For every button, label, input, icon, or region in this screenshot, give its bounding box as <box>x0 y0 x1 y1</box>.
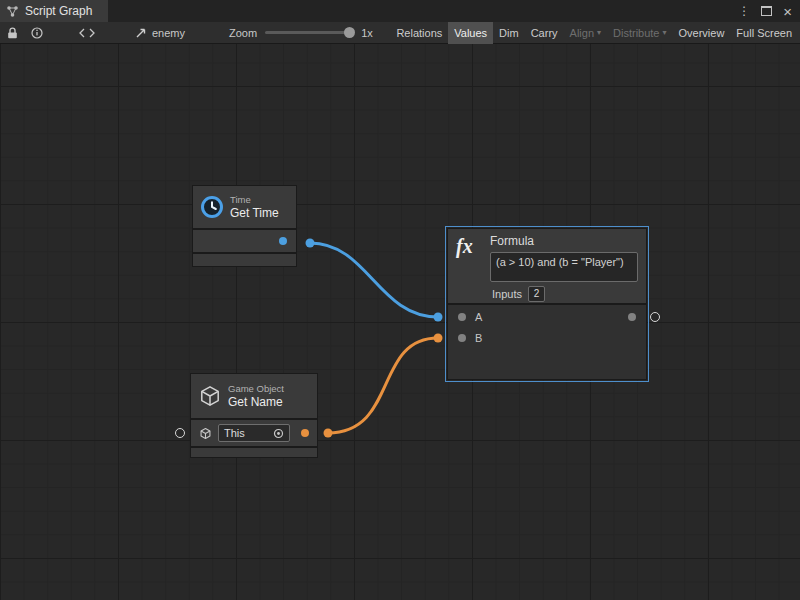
node-get-time-header[interactable]: Time Get Time <box>193 186 296 228</box>
node-get-time-ports <box>193 230 296 252</box>
port-formula-input-a[interactable] <box>458 313 466 321</box>
port-row-a: A <box>448 306 646 327</box>
maximize-icon[interactable] <box>761 6 772 16</box>
wire-endpoint <box>434 334 443 343</box>
script-graph-window: Script Graph ⋮ × <box>0 0 800 600</box>
formula-fields: Formula (a > 10) and (b = "Player") Inpu… <box>490 234 638 298</box>
zoom-slider-handle[interactable] <box>344 27 355 38</box>
info-icon[interactable] <box>31 27 43 39</box>
wire-get-name-to-formula-b[interactable] <box>328 338 438 433</box>
graph-canvas[interactable]: Time Get Time fx Formula (a > 10) and (b… <box>0 44 800 600</box>
tab-script-graph[interactable]: Script Graph <box>0 0 108 22</box>
graph-name-label: enemy <box>152 27 185 39</box>
kebab-menu-icon[interactable]: ⋮ <box>738 5 750 17</box>
fx-icon: fx <box>456 234 482 298</box>
distribute-button[interactable]: Distribute ▾ <box>607 22 672 44</box>
wire-get-time-to-formula-a[interactable] <box>310 243 438 317</box>
distribute-label: Distribute <box>613 27 659 39</box>
node-get-time-titles: Time Get Time <box>230 194 279 221</box>
node-category: Time <box>230 194 279 206</box>
graph-icon <box>6 5 19 18</box>
port-get-name-target-input[interactable] <box>175 428 185 438</box>
toolbar-buttons: Relations Values Dim Carry Align ▾ Distr… <box>390 22 798 44</box>
wires-layer <box>0 44 800 600</box>
zoom-slider[interactable] <box>265 31 351 34</box>
port-row-b: B <box>448 327 646 348</box>
node-get-name-header[interactable]: Game Object Get Name <box>191 374 317 418</box>
fullscreen-button[interactable]: Full Screen <box>730 22 798 44</box>
zoom-value: 1x <box>361 27 373 39</box>
overview-button[interactable]: Overview <box>673 22 731 44</box>
node-get-time-footer <box>193 254 296 266</box>
node-get-name-titles: Game Object Get Name <box>228 383 284 410</box>
port-formula-input-b[interactable] <box>458 334 466 342</box>
carry-button[interactable]: Carry <box>525 22 564 44</box>
chevron-down-icon: ▾ <box>663 28 667 37</box>
clock-icon <box>200 195 224 219</box>
inputs-label: Inputs <box>492 288 522 300</box>
port-label-b: B <box>475 332 482 344</box>
align-button[interactable]: Align ▾ <box>564 22 607 44</box>
port-formula-result-inner[interactable] <box>628 313 636 321</box>
node-formula-ports: A B <box>448 305 646 379</box>
toolbar: enemy Zoom 1x Relations Values Dim Carry… <box>0 22 800 44</box>
cube-icon <box>198 384 222 408</box>
wire-endpoint <box>306 239 315 248</box>
target-object-value: This <box>224 427 245 439</box>
formula-expression-input[interactable]: (a > 10) and (b = "Player") <box>490 252 638 282</box>
wire-endpoint <box>434 313 443 322</box>
node-title: Formula <box>490 234 638 248</box>
wire-endpoint <box>324 429 333 438</box>
lock-icon[interactable] <box>7 27 18 39</box>
port-label-a: A <box>475 311 482 323</box>
titlebar: Script Graph ⋮ × <box>0 0 800 22</box>
code-icon[interactable] <box>79 28 95 38</box>
dim-button[interactable]: Dim <box>493 22 525 44</box>
cube-icon <box>199 427 212 440</box>
node-formula[interactable]: fx Formula (a > 10) and (b = "Player") I… <box>447 228 647 380</box>
node-title: Get Time <box>230 206 279 220</box>
graph-asset-icon <box>135 27 147 39</box>
port-formula-output[interactable] <box>650 312 660 322</box>
values-button[interactable]: Values <box>448 22 493 44</box>
target-object-field[interactable]: This <box>218 424 290 442</box>
inputs-count-field[interactable]: 2 <box>528 286 545 302</box>
node-formula-header[interactable]: fx Formula (a > 10) and (b = "Player") I… <box>448 229 646 303</box>
formula-inputs-row: Inputs 2 <box>492 286 638 302</box>
align-label: Align <box>570 27 594 39</box>
window-controls: ⋮ × <box>738 4 800 19</box>
node-get-name[interactable]: Game Object Get Name This <box>190 373 318 458</box>
node-get-time[interactable]: Time Get Time <box>192 185 297 267</box>
node-get-name-footer <box>191 448 317 457</box>
close-icon[interactable]: × <box>783 4 792 19</box>
zoom-label: Zoom <box>229 27 257 39</box>
relations-button[interactable]: Relations <box>390 22 448 44</box>
chevron-down-icon: ▾ <box>597 28 601 37</box>
tab-label: Script Graph <box>25 4 92 18</box>
node-get-name-ports: This <box>191 420 317 446</box>
object-picker-icon[interactable] <box>273 428 284 439</box>
port-get-name-output[interactable] <box>301 429 309 437</box>
node-category: Game Object <box>228 383 284 395</box>
port-get-time-output[interactable] <box>279 237 287 245</box>
node-title: Get Name <box>228 395 284 409</box>
